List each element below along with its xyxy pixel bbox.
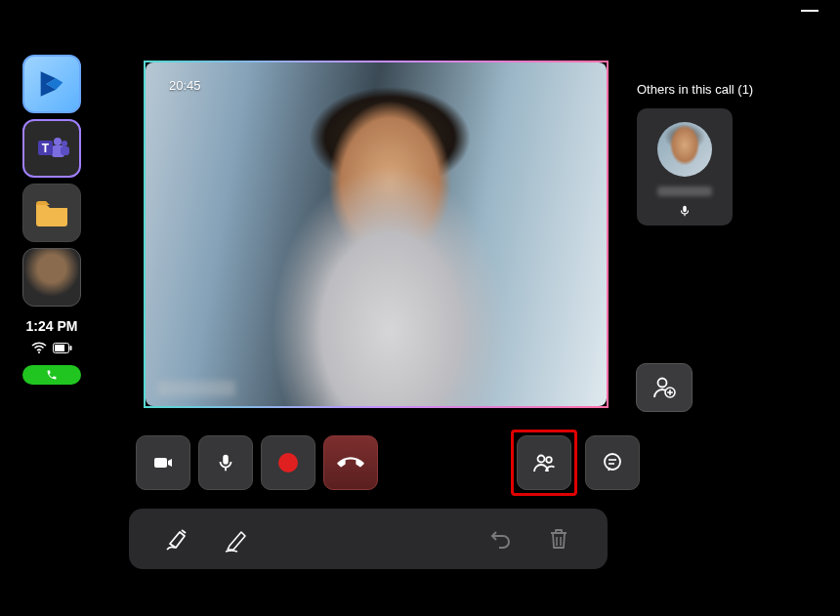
ink-tool-pen[interactable] bbox=[207, 514, 266, 563]
call-controls bbox=[136, 430, 640, 496]
main-video-feed bbox=[146, 62, 607, 406]
mic-icon bbox=[678, 204, 692, 218]
camera-icon bbox=[151, 451, 175, 474]
toggle-camera-button[interactable] bbox=[136, 435, 190, 490]
chat-button[interactable] bbox=[585, 435, 640, 490]
people-icon bbox=[531, 450, 557, 475]
participant-name-label bbox=[157, 381, 235, 396]
svg-point-16 bbox=[546, 457, 552, 463]
svg-rect-3 bbox=[61, 146, 69, 155]
battery-icon bbox=[53, 343, 72, 353]
main-video-tile[interactable]: 20:45 bbox=[144, 61, 609, 408]
call-duration: 20:45 bbox=[169, 78, 201, 93]
svg-text:T: T bbox=[42, 142, 50, 155]
left-sidebar: T 1:24 PM bbox=[20, 55, 84, 385]
undo-button[interactable] bbox=[471, 514, 529, 563]
participants-panel: Others in this call (1) bbox=[637, 82, 832, 226]
svg-point-6 bbox=[38, 351, 40, 353]
status-icons bbox=[31, 342, 72, 353]
sidebar-app-dynamics[interactable] bbox=[22, 55, 81, 113]
ink-tools-bar bbox=[129, 509, 608, 569]
participant-avatar bbox=[657, 122, 712, 177]
participant-name bbox=[657, 186, 712, 196]
others-in-call-label: Others in this call (1) bbox=[637, 82, 832, 97]
wifi-icon bbox=[31, 342, 47, 353]
svg-point-2 bbox=[62, 141, 67, 146]
record-button[interactable] bbox=[261, 435, 315, 490]
delete-button[interactable] bbox=[529, 514, 588, 563]
delete-icon bbox=[548, 527, 569, 551]
record-icon bbox=[278, 453, 298, 472]
folder-icon bbox=[32, 196, 71, 229]
svg-point-0 bbox=[54, 138, 62, 145]
toggle-mic-button[interactable] bbox=[198, 435, 253, 490]
teams-icon: T bbox=[32, 129, 71, 168]
chat-icon bbox=[601, 451, 624, 474]
window-minimize-button[interactable] bbox=[801, 10, 819, 12]
svg-point-10 bbox=[658, 379, 667, 388]
sidebar-user-avatar[interactable] bbox=[22, 248, 81, 307]
undo-icon bbox=[487, 526, 513, 552]
clock-time: 1:24 PM bbox=[26, 318, 78, 334]
svg-rect-9 bbox=[55, 345, 64, 351]
participant-tile[interactable] bbox=[637, 108, 733, 226]
people-roster-button[interactable] bbox=[517, 435, 571, 490]
end-call-button[interactable] bbox=[323, 435, 378, 490]
mic-icon bbox=[215, 452, 236, 473]
dynamics-365-icon bbox=[35, 67, 68, 101]
ink-tool-highlighter[interactable] bbox=[148, 514, 207, 563]
svg-point-15 bbox=[538, 456, 545, 463]
svg-rect-8 bbox=[70, 346, 72, 350]
avatar-image bbox=[23, 249, 80, 306]
svg-point-17 bbox=[605, 454, 620, 470]
active-call-pill[interactable] bbox=[22, 365, 81, 385]
eraser-icon bbox=[161, 522, 194, 555]
svg-rect-14 bbox=[154, 458, 167, 468]
sidebar-app-teams[interactable]: T bbox=[22, 119, 81, 178]
sidebar-app-files[interactable] bbox=[22, 184, 81, 242]
end-call-icon bbox=[337, 449, 364, 476]
pen-icon bbox=[220, 522, 253, 555]
phone-icon bbox=[46, 369, 58, 381]
people-button-highlight bbox=[511, 430, 577, 496]
add-person-icon bbox=[651, 375, 677, 400]
add-participant-button[interactable] bbox=[636, 363, 693, 412]
